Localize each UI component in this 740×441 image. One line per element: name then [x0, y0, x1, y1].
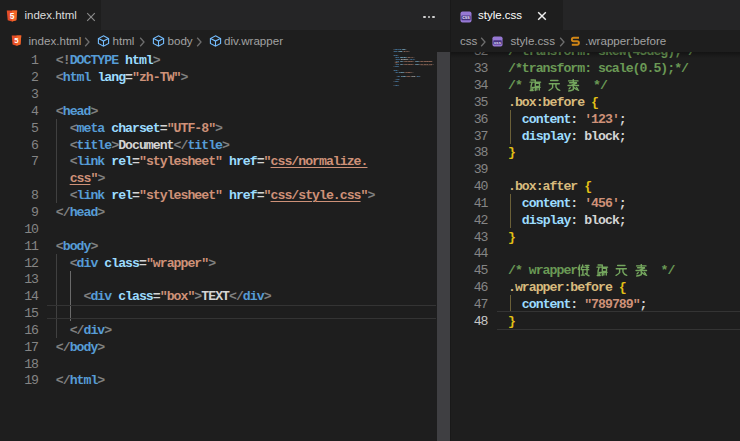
- svg-text:5: 5: [14, 36, 19, 45]
- svg-text:5: 5: [10, 11, 15, 21]
- svg-text:css: css: [494, 39, 502, 44]
- svg-text:css: css: [462, 15, 470, 20]
